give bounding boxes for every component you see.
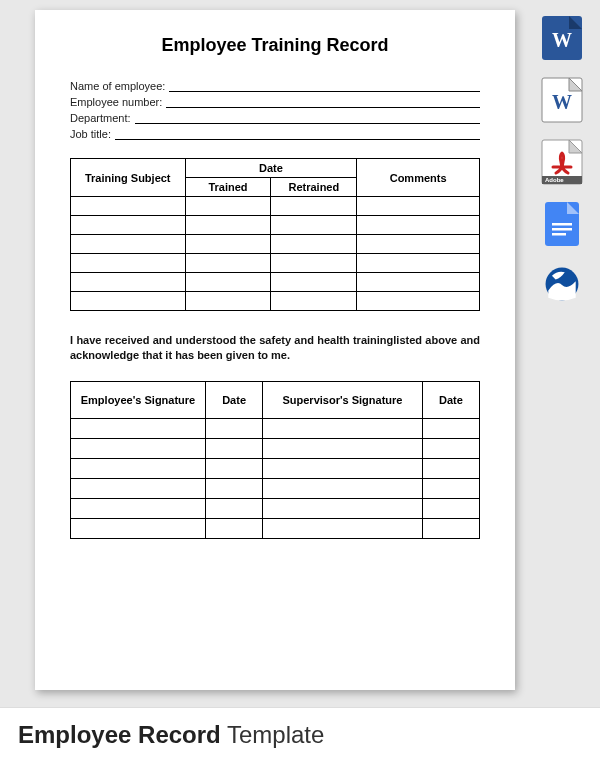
table-cell [71, 292, 186, 311]
field-name: Name of employee: [70, 78, 480, 92]
svg-rect-12 [552, 223, 572, 226]
table-cell [185, 273, 271, 292]
table-row [71, 518, 480, 538]
table-cell [185, 197, 271, 216]
table-cell [263, 478, 423, 498]
table-cell [271, 216, 357, 235]
table-cell [263, 438, 423, 458]
table-cell [205, 478, 262, 498]
table-row [71, 292, 480, 311]
table-row [71, 254, 480, 273]
table-cell [357, 235, 480, 254]
training-table: Training Subject Date Comments Trained R… [70, 158, 480, 311]
table-cell [185, 216, 271, 235]
table-row [71, 458, 480, 478]
table-row [71, 498, 480, 518]
table-cell [422, 518, 479, 538]
table-cell [422, 478, 479, 498]
table-cell [71, 458, 206, 478]
th-comments: Comments [357, 159, 480, 197]
table-cell [185, 292, 271, 311]
declaration-text: I have received and understood the safet… [70, 333, 480, 363]
table-cell [71, 254, 186, 273]
field-number: Employee number: [70, 94, 480, 108]
th-sup-sig: Supervisor's Signature [263, 381, 423, 418]
document-page: Employee Training Record Name of employe… [35, 10, 515, 690]
table-cell [185, 235, 271, 254]
svg-text:W: W [552, 29, 572, 51]
th-trained: Trained [185, 178, 271, 197]
table-cell [357, 273, 480, 292]
table-cell [71, 498, 206, 518]
field-name-line [169, 78, 480, 92]
field-job-title-line [115, 126, 480, 140]
table-cell [71, 235, 186, 254]
table-cell [357, 197, 480, 216]
table-cell [271, 235, 357, 254]
field-department-label: Department: [70, 112, 135, 124]
table-cell [422, 458, 479, 478]
table-cell [263, 518, 423, 538]
table-row [71, 197, 480, 216]
table-cell [205, 458, 262, 478]
signature-table-body [71, 418, 480, 538]
th-subject: Training Subject [71, 159, 186, 197]
table-cell [205, 418, 262, 438]
table-cell [71, 518, 206, 538]
table-cell [205, 518, 262, 538]
footer-light-text: Template [221, 721, 325, 748]
th-date2: Date [422, 381, 479, 418]
table-row [71, 438, 480, 458]
table-cell [357, 216, 480, 235]
table-cell [422, 438, 479, 458]
table-cell [263, 418, 423, 438]
svg-rect-14 [552, 233, 566, 236]
field-job-title: Job title: [70, 126, 480, 140]
svg-text:Adobe: Adobe [545, 177, 564, 183]
signature-table: Employee's Signature Date Supervisor's S… [70, 381, 480, 539]
format-icon-column: W W Adobe [536, 15, 588, 305]
table-row [71, 216, 480, 235]
openoffice-icon[interactable] [541, 263, 583, 305]
footer-title: Employee Record Template [18, 721, 324, 749]
field-name-label: Name of employee: [70, 80, 169, 92]
table-cell [422, 498, 479, 518]
table-cell [71, 273, 186, 292]
field-department-line [135, 110, 480, 124]
th-date: Date [185, 159, 357, 178]
field-number-line [166, 94, 480, 108]
table-cell [71, 216, 186, 235]
th-retrained: Retrained [271, 178, 357, 197]
footer-bold-text: Employee Record [18, 721, 221, 748]
table-cell [205, 498, 262, 518]
word-new-icon[interactable]: W [541, 15, 583, 61]
table-cell [185, 254, 271, 273]
table-cell [71, 418, 206, 438]
table-cell [71, 478, 206, 498]
table-cell [271, 273, 357, 292]
table-row [71, 235, 480, 254]
table-cell [205, 438, 262, 458]
table-row [71, 478, 480, 498]
pdf-icon[interactable]: Adobe [541, 139, 583, 185]
table-cell [263, 498, 423, 518]
table-cell [271, 254, 357, 273]
th-emp-sig: Employee's Signature [71, 381, 206, 418]
svg-rect-13 [552, 228, 572, 231]
svg-text:W: W [552, 91, 572, 113]
table-cell [357, 254, 480, 273]
table-cell [271, 197, 357, 216]
table-row [71, 273, 480, 292]
table-cell [422, 418, 479, 438]
table-cell [71, 197, 186, 216]
page-title: Employee Training Record [70, 35, 480, 56]
training-table-body [71, 197, 480, 311]
field-department: Department: [70, 110, 480, 124]
footer-bar: Employee Record Template [0, 707, 600, 762]
google-docs-icon[interactable] [541, 201, 583, 247]
word-old-icon[interactable]: W [541, 77, 583, 123]
table-cell [263, 458, 423, 478]
table-cell [357, 292, 480, 311]
field-number-label: Employee number: [70, 96, 166, 108]
field-job-title-label: Job title: [70, 128, 115, 140]
